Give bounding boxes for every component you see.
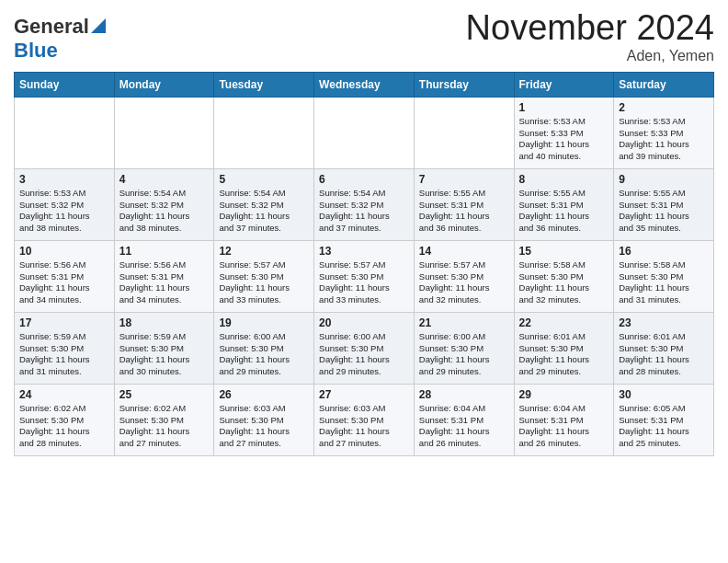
day-number: 12 [219, 245, 309, 258]
day-number: 26 [219, 388, 309, 401]
day-cell-6: 6Sunrise: 5:54 AM Sunset: 5:32 PM Daylig… [314, 168, 415, 240]
day-cell-24: 24Sunrise: 6:02 AM Sunset: 5:30 PM Dayli… [15, 384, 115, 455]
day-info: Sunrise: 6:04 AM Sunset: 5:31 PM Dayligh… [519, 403, 609, 450]
calendar-table: SundayMondayTuesdayWednesdayThursdayFrid… [14, 72, 714, 456]
day-cell-1: 1Sunrise: 5:53 AM Sunset: 5:33 PM Daylig… [514, 97, 614, 168]
day-number: 2 [619, 101, 709, 114]
day-number: 28 [419, 388, 509, 401]
weekday-header-friday: Friday [514, 72, 614, 97]
day-cell-7: 7Sunrise: 5:55 AM Sunset: 5:31 PM Daylig… [414, 168, 514, 240]
day-cell-14: 14Sunrise: 5:57 AM Sunset: 5:30 PM Dayli… [414, 240, 514, 312]
empty-cell [15, 97, 115, 168]
logo: General Blue [14, 15, 106, 63]
day-cell-22: 22Sunrise: 6:01 AM Sunset: 5:30 PM Dayli… [514, 312, 614, 384]
day-info: Sunrise: 6:01 AM Sunset: 5:30 PM Dayligh… [519, 331, 609, 378]
empty-cell [114, 97, 214, 168]
day-cell-20: 20Sunrise: 6:00 AM Sunset: 5:30 PM Dayli… [314, 312, 415, 384]
weekday-header-thursday: Thursday [414, 72, 514, 97]
weekday-header-row: SundayMondayTuesdayWednesdayThursdayFrid… [15, 72, 714, 97]
day-cell-11: 11Sunrise: 5:56 AM Sunset: 5:31 PM Dayli… [114, 240, 214, 312]
day-number: 13 [319, 245, 409, 258]
title-block: November 2024 Aden, Yemen [466, 9, 714, 64]
day-number: 19 [219, 316, 309, 329]
day-info: Sunrise: 5:55 AM Sunset: 5:31 PM Dayligh… [419, 188, 509, 235]
day-number: 16 [619, 245, 709, 258]
day-number: 24 [19, 388, 109, 401]
day-info: Sunrise: 5:57 AM Sunset: 5:30 PM Dayligh… [419, 259, 509, 306]
location: Aden, Yemen [466, 48, 714, 64]
day-number: 7 [419, 173, 509, 186]
day-cell-26: 26Sunrise: 6:03 AM Sunset: 5:30 PM Dayli… [214, 384, 314, 455]
day-number: 18 [119, 316, 210, 329]
week-row-3: 10Sunrise: 5:56 AM Sunset: 5:31 PM Dayli… [15, 240, 714, 312]
day-number: 29 [519, 388, 609, 401]
weekday-header-wednesday: Wednesday [314, 72, 415, 97]
day-number: 6 [319, 173, 409, 186]
weekday-header-monday: Monday [114, 72, 214, 97]
day-cell-13: 13Sunrise: 5:57 AM Sunset: 5:30 PM Dayli… [314, 240, 415, 312]
day-info: Sunrise: 6:00 AM Sunset: 5:30 PM Dayligh… [419, 331, 509, 378]
day-info: Sunrise: 5:53 AM Sunset: 5:33 PM Dayligh… [519, 116, 609, 163]
day-cell-17: 17Sunrise: 5:59 AM Sunset: 5:30 PM Dayli… [15, 312, 115, 384]
day-info: Sunrise: 5:54 AM Sunset: 5:32 PM Dayligh… [319, 188, 409, 235]
day-cell-9: 9Sunrise: 5:55 AM Sunset: 5:31 PM Daylig… [614, 168, 714, 240]
svg-marker-0 [91, 18, 106, 33]
day-info: Sunrise: 6:00 AM Sunset: 5:30 PM Dayligh… [219, 331, 309, 378]
page: General Blue November 2024 Aden, Yemen S… [0, 0, 728, 470]
day-number: 21 [419, 316, 509, 329]
day-cell-28: 28Sunrise: 6:04 AM Sunset: 5:31 PM Dayli… [414, 384, 514, 455]
empty-cell [414, 97, 514, 168]
empty-cell [214, 97, 314, 168]
day-cell-18: 18Sunrise: 5:59 AM Sunset: 5:30 PM Dayli… [114, 312, 214, 384]
day-info: Sunrise: 6:02 AM Sunset: 5:30 PM Dayligh… [19, 403, 109, 450]
day-number: 23 [619, 316, 709, 329]
logo-blue-text: Blue [14, 39, 58, 62]
day-cell-27: 27Sunrise: 6:03 AM Sunset: 5:30 PM Dayli… [314, 384, 415, 455]
day-number: 1 [519, 101, 609, 114]
day-number: 25 [119, 388, 210, 401]
day-info: Sunrise: 6:00 AM Sunset: 5:30 PM Dayligh… [319, 331, 409, 378]
week-row-4: 17Sunrise: 5:59 AM Sunset: 5:30 PM Dayli… [15, 312, 714, 384]
day-number: 15 [519, 245, 609, 258]
day-cell-25: 25Sunrise: 6:02 AM Sunset: 5:30 PM Dayli… [114, 384, 214, 455]
day-info: Sunrise: 5:54 AM Sunset: 5:32 PM Dayligh… [119, 188, 210, 235]
day-info: Sunrise: 6:03 AM Sunset: 5:30 PM Dayligh… [219, 403, 309, 450]
week-row-5: 24Sunrise: 6:02 AM Sunset: 5:30 PM Dayli… [15, 384, 714, 455]
weekday-header-tuesday: Tuesday [214, 72, 314, 97]
week-row-1: 1Sunrise: 5:53 AM Sunset: 5:33 PM Daylig… [15, 97, 714, 168]
day-cell-21: 21Sunrise: 6:00 AM Sunset: 5:30 PM Dayli… [414, 312, 514, 384]
day-info: Sunrise: 5:58 AM Sunset: 5:30 PM Dayligh… [519, 259, 609, 306]
day-number: 11 [119, 245, 210, 258]
day-info: Sunrise: 5:56 AM Sunset: 5:31 PM Dayligh… [119, 259, 210, 306]
day-info: Sunrise: 6:01 AM Sunset: 5:30 PM Dayligh… [619, 331, 709, 378]
day-info: Sunrise: 5:56 AM Sunset: 5:31 PM Dayligh… [19, 259, 109, 306]
logo-general-text: General [14, 15, 89, 39]
week-row-2: 3Sunrise: 5:53 AM Sunset: 5:32 PM Daylig… [15, 168, 714, 240]
day-cell-4: 4Sunrise: 5:54 AM Sunset: 5:32 PM Daylig… [114, 168, 214, 240]
day-info: Sunrise: 5:53 AM Sunset: 5:33 PM Dayligh… [619, 116, 709, 163]
day-cell-19: 19Sunrise: 6:00 AM Sunset: 5:30 PM Dayli… [214, 312, 314, 384]
day-info: Sunrise: 6:04 AM Sunset: 5:31 PM Dayligh… [419, 403, 509, 450]
logo-triangle-icon [91, 18, 106, 37]
day-cell-16: 16Sunrise: 5:58 AM Sunset: 5:30 PM Dayli… [614, 240, 714, 312]
day-number: 3 [19, 173, 109, 186]
day-info: Sunrise: 6:05 AM Sunset: 5:31 PM Dayligh… [619, 403, 709, 450]
day-info: Sunrise: 5:53 AM Sunset: 5:32 PM Dayligh… [19, 188, 109, 235]
day-cell-12: 12Sunrise: 5:57 AM Sunset: 5:30 PM Dayli… [214, 240, 314, 312]
empty-cell [314, 97, 415, 168]
day-number: 5 [219, 173, 309, 186]
day-number: 4 [119, 173, 210, 186]
day-number: 20 [319, 316, 409, 329]
day-number: 27 [319, 388, 409, 401]
day-cell-29: 29Sunrise: 6:04 AM Sunset: 5:31 PM Dayli… [514, 384, 614, 455]
weekday-header-saturday: Saturday [614, 72, 714, 97]
day-number: 9 [619, 173, 709, 186]
day-info: Sunrise: 5:58 AM Sunset: 5:30 PM Dayligh… [619, 259, 709, 306]
day-info: Sunrise: 6:02 AM Sunset: 5:30 PM Dayligh… [119, 403, 210, 450]
day-cell-30: 30Sunrise: 6:05 AM Sunset: 5:31 PM Dayli… [614, 384, 714, 455]
day-info: Sunrise: 5:57 AM Sunset: 5:30 PM Dayligh… [319, 259, 409, 306]
day-number: 22 [519, 316, 609, 329]
day-cell-10: 10Sunrise: 5:56 AM Sunset: 5:31 PM Dayli… [15, 240, 115, 312]
day-info: Sunrise: 5:59 AM Sunset: 5:30 PM Dayligh… [19, 331, 109, 378]
month-title: November 2024 [466, 9, 714, 48]
